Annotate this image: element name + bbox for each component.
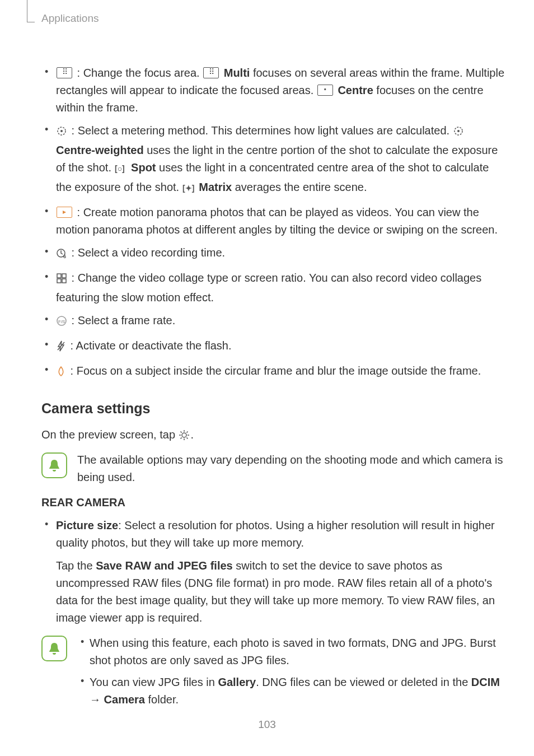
text: : Select a video recording time. xyxy=(68,246,225,259)
list-item-picture-size: Picture size: Select a resolution for ph… xyxy=(41,517,507,552)
svg-point-1 xyxy=(60,130,63,132)
svg-text:[✦]: [✦] xyxy=(182,184,194,193)
list-item-radial-blur: : Focus on a subject inside the circular… xyxy=(41,362,507,382)
recording-time-icon: 6 xyxy=(56,246,67,264)
frame-rate-icon: F/S xyxy=(56,314,67,332)
raw-paragraph: Tap the Save RAW and JPEG files switch t… xyxy=(56,557,507,627)
heading-camera-settings: Camera settings xyxy=(41,398,507,419)
note-bell-icon xyxy=(41,636,67,661)
metering-cw-icon xyxy=(453,124,464,142)
label-camera-folder: Camera xyxy=(104,693,145,706)
text: : Select a frame rate. xyxy=(68,314,175,326)
note-text: When using this feature, each photo is s… xyxy=(77,634,507,713)
motion-panorama-icon xyxy=(57,207,72,218)
label-spot: Spot xyxy=(131,161,156,174)
text: : Change the focus area. xyxy=(74,67,203,79)
svg-rect-8 xyxy=(57,274,61,278)
focus-multi-icon xyxy=(203,67,219,78)
note-availability: The available options may vary depending… xyxy=(41,451,507,486)
text: . xyxy=(191,428,194,441)
metering-matrix-icon: [✦] xyxy=(182,181,195,198)
metering-spot-icon: [○] xyxy=(115,161,127,179)
svg-point-15 xyxy=(182,433,186,437)
text: averages the entire scene. xyxy=(232,181,367,193)
text: : Select a metering method. This determi… xyxy=(68,124,453,137)
rear-camera-list: Picture size: Select a resolution for ph… xyxy=(41,517,507,552)
svg-point-3 xyxy=(457,130,460,132)
label-multi: Multi xyxy=(224,67,250,79)
text: folder. xyxy=(145,693,179,706)
page-content: : Change the focus area. Multi focuses o… xyxy=(41,64,507,721)
list-item: You can view JPG files in Gallery. DNG f… xyxy=(77,674,507,708)
svg-line-21 xyxy=(186,437,188,438)
note-raw-formats: When using this feature, each photo is s… xyxy=(41,634,507,713)
list-item-flash: : Activate or deactivate the flash. xyxy=(41,337,507,357)
label-picture-size: Picture size xyxy=(56,519,118,531)
svg-line-20 xyxy=(180,431,181,432)
text: You can view JPG files in xyxy=(90,676,218,688)
list-item-focus-area: : Change the focus area. Multi focuses o… xyxy=(41,64,507,116)
text: → xyxy=(90,693,104,706)
running-header: Applications xyxy=(41,10,99,26)
list-item-motion-panorama: : Create motion panorama photos that can… xyxy=(41,204,507,239)
label-centre: Centre xyxy=(338,84,373,96)
list-item: When using this feature, each photo is s… xyxy=(77,634,507,669)
list-item-video-collage: : Change the video collage type or scree… xyxy=(41,269,507,306)
focus-multi-icon xyxy=(57,67,72,78)
label-gallery: Gallery xyxy=(218,676,256,688)
radial-blur-icon xyxy=(56,365,66,382)
intro-line: On the preview screen, tap . xyxy=(41,426,507,446)
svg-rect-11 xyxy=(62,279,66,283)
note-bell-icon xyxy=(41,452,67,478)
list-item-recording-time: 6 : Select a video recording time. xyxy=(41,244,507,264)
svg-text:F/S: F/S xyxy=(58,319,65,324)
text: : Select a resolution for photos. Using … xyxy=(56,519,495,549)
list-item-metering: : Select a metering method. This determi… xyxy=(41,122,507,198)
settings-icon-list: : Change the focus area. Multi focuses o… xyxy=(41,64,507,382)
text: . DNG files can be viewed or deleted in … xyxy=(256,676,471,688)
settings-gear-icon xyxy=(179,428,190,446)
text: : Change the video collage type or scree… xyxy=(56,272,481,304)
svg-line-22 xyxy=(180,437,181,438)
video-collage-icon xyxy=(56,272,67,289)
text: : Focus on a subject inside the circular… xyxy=(67,365,481,377)
label-matrix: Matrix xyxy=(199,181,232,193)
text: : Create motion panorama photos that can… xyxy=(56,206,498,236)
svg-rect-9 xyxy=(62,274,66,278)
svg-rect-10 xyxy=(57,279,61,283)
note-text: The available options may vary depending… xyxy=(77,451,507,486)
text: : Activate or deactivate the flash. xyxy=(67,339,232,352)
svg-text:6: 6 xyxy=(63,254,66,259)
heading-rear-camera: REAR CAMERA xyxy=(41,494,507,511)
label-save-raw: Save RAW and JPEG files xyxy=(96,559,233,572)
page-number: 103 xyxy=(0,716,534,732)
label-cw: Centre-weighted xyxy=(56,144,144,156)
text: Tap the xyxy=(56,559,96,572)
svg-text:[○]: [○] xyxy=(115,164,125,173)
svg-line-23 xyxy=(186,431,188,432)
list-item-frame-rate: F/S : Select a frame rate. xyxy=(41,312,507,332)
flash-icon xyxy=(56,339,66,357)
page-corner-decoration xyxy=(27,0,35,22)
metering-icon xyxy=(56,124,67,142)
label-dcim: DCIM xyxy=(471,676,500,688)
note-sub-list: When using this feature, each photo is s… xyxy=(77,634,507,708)
text: On the preview screen, tap xyxy=(41,428,179,441)
focus-centre-icon xyxy=(317,85,333,96)
